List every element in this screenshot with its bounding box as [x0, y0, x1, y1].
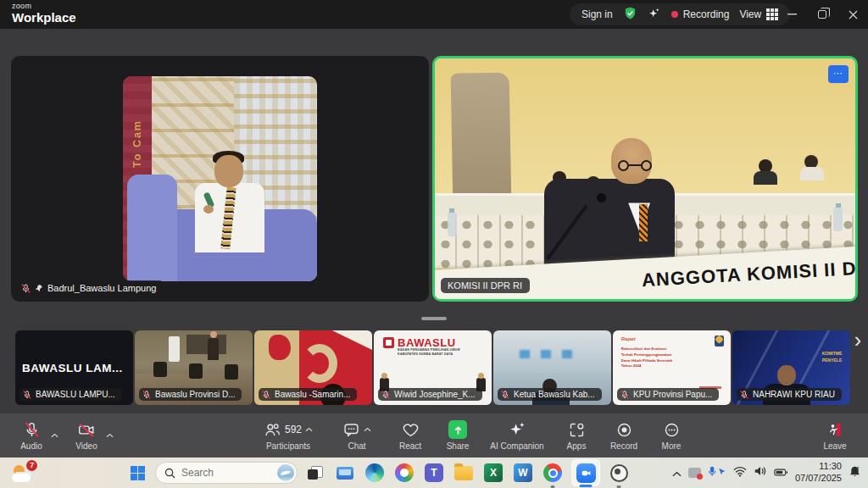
leave-button[interactable]: Leave	[815, 415, 854, 456]
muted-mic-icon	[620, 391, 629, 399]
ai-companion-label: AI Companion	[490, 441, 543, 451]
thumbnail-bawaslu-lampung[interactable]: BAWASLU LAM... BAWASLU LAMPU...	[15, 330, 133, 405]
filmstrip-scroll-right-button[interactable]: ›	[849, 329, 866, 352]
participants-button[interactable]: 592 Participants	[253, 415, 323, 456]
active-speaker-name-badge: KOMISI II DPR RI	[441, 278, 530, 293]
thumbnail-kpu-papua[interactable]: Rapat Rekonsiliasi dan Evaluasi Terkait …	[613, 330, 731, 405]
chat-button[interactable]: Chat	[331, 415, 382, 456]
thumbnail-name-badge: BAWASLU LAMPU...	[19, 388, 122, 401]
pin-icon	[35, 284, 43, 292]
task-view-button[interactable]	[303, 461, 327, 485]
copilot-icon	[395, 463, 414, 482]
more-label: More	[662, 441, 682, 451]
battery-icon[interactable]	[774, 465, 788, 480]
recording-indicator: Recording	[671, 8, 730, 20]
word-button[interactable]: W	[511, 461, 535, 485]
zoom-app-icon	[576, 463, 596, 483]
excel-button[interactable]: X	[481, 461, 505, 485]
tile-more-options-button[interactable]: ⋯	[828, 65, 849, 83]
thumbnail-name-badge: NAHRAWI KPU RIAU	[737, 388, 842, 401]
react-label: React	[399, 441, 421, 451]
ai-companion-titlebar-icon[interactable]	[648, 7, 661, 23]
sign-in-button[interactable]: Sign in	[581, 8, 613, 20]
chrome-button[interactable]	[541, 461, 565, 485]
apps-button[interactable]: Apps	[557, 415, 596, 456]
zoom-workplace-logo: zoom Workplace	[12, 3, 76, 24]
search-icon	[164, 468, 175, 479]
tray-chevron[interactable]	[672, 465, 682, 480]
tray-mic-in-use-icon[interactable]	[708, 465, 726, 481]
minimize-button[interactable]	[776, 0, 807, 29]
copilot-button[interactable]	[392, 461, 416, 485]
teams-button[interactable]: T	[422, 461, 446, 485]
audio-options-chevron[interactable]	[49, 415, 60, 456]
wifi-icon[interactable]	[733, 465, 747, 480]
chrome-icon	[543, 463, 562, 482]
view-label: View	[739, 8, 761, 20]
record-icon	[615, 421, 633, 439]
record-label: Record	[610, 441, 637, 451]
thumbnail-wiwid-josephine[interactable]: BAWASLU BADAN PENGAWAS PEMILIHAN UMUMKAB…	[374, 330, 492, 405]
display-icon	[337, 467, 353, 480]
chat-chevron[interactable]	[364, 427, 371, 432]
video-button[interactable]: Video	[67, 415, 106, 456]
video-tile-badrul[interactable]: aslu Goes To Cam Badrul_Bawaslu Lampung	[11, 56, 429, 302]
excel-icon: X	[484, 463, 503, 482]
camera-app-icon	[610, 464, 628, 482]
share-label: Share	[447, 441, 470, 451]
thumbnail-name-badge: KPU Provinsi Papu...	[617, 388, 719, 401]
record-button[interactable]: Record	[604, 415, 643, 456]
restore-button[interactable]	[807, 0, 837, 29]
filmstrip-drag-handle[interactable]	[421, 317, 447, 320]
close-button[interactable]	[837, 0, 868, 29]
view-button[interactable]: View	[739, 8, 778, 20]
time: 11:30	[795, 461, 842, 473]
participants-chevron[interactable]	[305, 427, 313, 432]
windows-taskbar: 7 T X W	[0, 458, 868, 488]
zoom-logo-text: zoom	[12, 3, 76, 10]
react-button[interactable]: React	[391, 415, 430, 456]
muted-mic-icon	[23, 391, 31, 399]
weather-widget[interactable]: 7	[12, 462, 37, 484]
taskbar-clock[interactable]: 11:30 07/07/2025	[795, 461, 842, 485]
search-input[interactable]	[181, 467, 266, 479]
more-button[interactable]: More	[652, 415, 691, 456]
muted-mic-icon	[381, 391, 390, 399]
weather-cloud-icon	[12, 474, 31, 482]
phone-link-button[interactable]	[333, 461, 357, 485]
meeting-stage: aslu Goes To Cam Badrul_Bawaslu Lampung	[0, 29, 868, 413]
file-explorer-button[interactable]	[452, 461, 476, 485]
share-button[interactable]: Share	[438, 415, 477, 456]
zoom-app-button[interactable]	[570, 461, 601, 485]
thumbnail-name-badge: Bawaslu -Samarin...	[259, 388, 357, 401]
volume-icon[interactable]	[754, 465, 767, 480]
thumbnail-bawaslu-provinsi[interactable]: Bawaslu Provinsi D...	[135, 330, 253, 405]
muted-mic-icon	[262, 391, 270, 399]
video-options-chevron[interactable]	[104, 415, 115, 456]
obs-button[interactable]	[607, 461, 631, 485]
thumbnail-nahrawi-kpu-riau[interactable]: KOMITMEPENYELE NAHRAWI KPU RIAU	[732, 330, 850, 405]
workplace-logo-text: Workplace	[12, 11, 76, 24]
windows-logo-icon	[131, 466, 145, 480]
start-button[interactable]	[125, 461, 149, 485]
ai-companion-button[interactable]: AI Companion	[486, 415, 548, 456]
audio-button[interactable]: Audio	[12, 415, 51, 456]
thumbnail-bawaslu-samarinda[interactable]: Bawaslu -Samarin...	[254, 330, 372, 405]
video-tile-komisi[interactable]: ANGGOTA KOMISI II DI ⋯ KOMISI II DPR RI	[432, 56, 858, 302]
edge-icon	[365, 463, 384, 482]
task-view-icon	[308, 466, 323, 480]
chat-label: Chat	[348, 441, 365, 451]
word-icon: W	[514, 463, 532, 482]
desk-banner-text: ANGGOTA KOMISI II DI	[642, 258, 858, 292]
apps-label: Apps	[567, 441, 587, 451]
notification-bell-icon[interactable]: z	[849, 465, 861, 481]
edge-button[interactable]	[363, 461, 387, 485]
notification-count-badge: 7	[26, 460, 37, 471]
active-speaker-name: KOMISI II DPR RI	[448, 280, 522, 291]
title-bar: zoom Workplace Sign in Recording View	[0, 0, 868, 29]
taskbar-search[interactable]	[155, 462, 298, 484]
thumbnail-ketua-bawaslu[interactable]: Ketua Bawaslu Kab...	[493, 330, 611, 405]
tray-recording-icon[interactable]	[688, 468, 701, 478]
security-shield-icon[interactable]	[623, 6, 637, 23]
bawaslu-logo-icon	[383, 337, 394, 348]
